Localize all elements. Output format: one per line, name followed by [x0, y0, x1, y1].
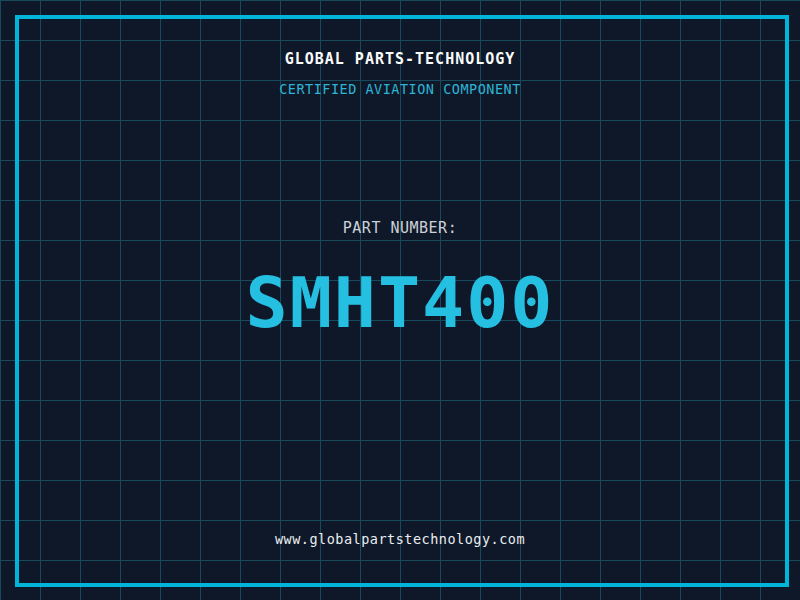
company-name: GLOBAL PARTS-TECHNOLOGY [0, 50, 800, 68]
part-number-label: PART NUMBER: [0, 219, 800, 237]
part-number-value: SMHT400 [0, 268, 800, 338]
certification-line: CERTIFIED AVIATION COMPONENT [0, 81, 800, 97]
display-screen: GLOBAL PARTS-TECHNOLOGY CERTIFIED AVIATI… [0, 0, 800, 600]
website-url: www.globalpartstechnology.com [0, 531, 800, 547]
